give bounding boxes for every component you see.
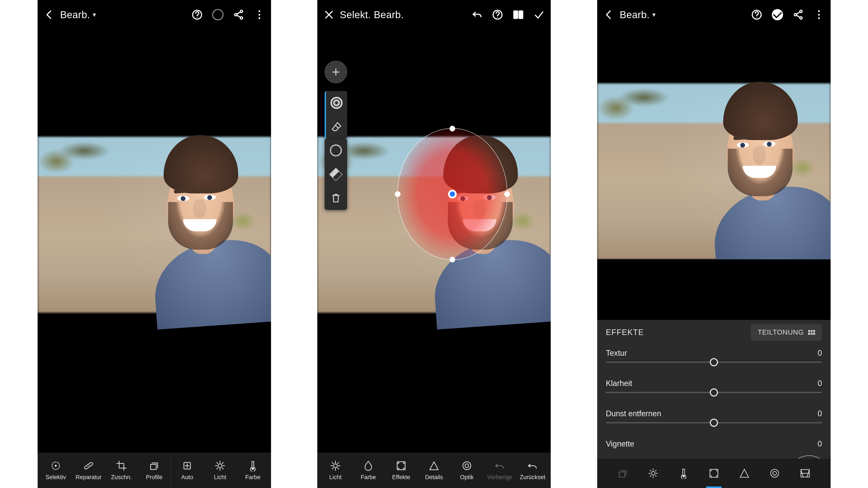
tool-effects[interactable]: Effekte xyxy=(385,453,417,488)
page-title[interactable]: Bearb. ▾ xyxy=(60,9,186,21)
split-toning-button[interactable]: TEILTONUNG xyxy=(751,324,822,341)
selection-tool-stack xyxy=(324,91,347,139)
slider-value: 0 xyxy=(818,348,822,358)
slider-label: Klarheit xyxy=(606,379,632,388)
cloud-sync-done[interactable] xyxy=(771,9,783,21)
photo-canvas[interactable]: + xyxy=(317,29,551,453)
appbar: Bearb. ▾ xyxy=(38,0,271,29)
tool-selective[interactable]: Selektiv xyxy=(39,453,72,488)
tool-crop[interactable]: Zuschn. xyxy=(105,453,138,488)
eraser-tool[interactable] xyxy=(326,115,347,139)
help-icon[interactable] xyxy=(751,9,763,21)
invert-tool[interactable] xyxy=(324,162,347,186)
handle-west[interactable] xyxy=(395,191,401,197)
more-icon[interactable] xyxy=(813,9,825,21)
delete-selection[interactable] xyxy=(324,186,347,210)
more-icon[interactable] xyxy=(253,9,266,21)
plus-icon: + xyxy=(332,64,340,80)
handle-center[interactable] xyxy=(448,190,457,199)
tool-label: Licht xyxy=(329,474,341,481)
radial-tool[interactable] xyxy=(324,139,347,162)
title-text: Bearb. xyxy=(60,9,90,21)
title-text: Selekt. Bearb. xyxy=(340,9,404,21)
slider-value: 0 xyxy=(818,439,822,449)
share-icon[interactable] xyxy=(792,9,804,21)
title-text: Bearb. xyxy=(620,9,650,21)
tool-label: Auto xyxy=(181,474,193,481)
confirm-icon[interactable] xyxy=(533,9,545,21)
tool-reset[interactable]: Zurückset xyxy=(516,453,549,488)
slider-label: Textur xyxy=(606,348,627,358)
chevron-down-icon: ▾ xyxy=(93,11,96,19)
handle-east[interactable] xyxy=(504,191,510,197)
subject-person xyxy=(116,150,271,314)
slider-track[interactable] xyxy=(606,422,822,423)
tab-light[interactable] xyxy=(642,459,664,488)
undo-icon[interactable] xyxy=(471,9,483,21)
tool-light[interactable]: Licht xyxy=(319,453,352,488)
effects-panel: EFFEKTE TEILTONUNG Textur0 Klarheit0 Dun… xyxy=(597,320,831,459)
tool-auto[interactable]: Auto xyxy=(170,453,204,488)
tool-label: Optik xyxy=(460,474,473,481)
slider-texture[interactable]: Textur0 xyxy=(597,345,831,375)
brush-select-tool[interactable] xyxy=(326,91,347,115)
close-icon[interactable] xyxy=(323,9,335,21)
back-icon[interactable] xyxy=(603,9,615,21)
slider-label: Vignette xyxy=(606,439,634,449)
appbar: Bearb. ▾ xyxy=(597,0,831,29)
help-icon[interactable] xyxy=(492,9,504,21)
tool-label: Effekte xyxy=(392,474,410,481)
three-screenshot-row: Bearb. ▾ xyxy=(0,0,868,488)
handle-north[interactable] xyxy=(450,126,455,131)
tool-light[interactable]: Licht xyxy=(204,453,237,488)
tab-optics[interactable] xyxy=(764,459,785,488)
tab-geometry[interactable] xyxy=(794,459,816,488)
edit-toolbar: Selektiv Reparatur Zuschn. Profile Auto … xyxy=(38,453,271,488)
cloud-sync-status[interactable] xyxy=(212,9,224,21)
tool-profiles[interactable]: Profile xyxy=(138,453,171,488)
slider-knob[interactable] xyxy=(710,388,718,397)
help-icon[interactable] xyxy=(191,9,203,21)
tool-color[interactable]: Farbe xyxy=(352,453,385,488)
tool-details[interactable]: Details xyxy=(417,453,451,488)
tool-label: Farbe xyxy=(245,474,261,481)
subject-person xyxy=(675,97,831,260)
back-icon[interactable] xyxy=(43,9,55,21)
before-after-icon[interactable] xyxy=(512,9,524,21)
tool-optics[interactable]: Optik xyxy=(451,453,483,488)
page-title[interactable]: Bearb. ▾ xyxy=(620,9,746,21)
handle-south[interactable] xyxy=(450,257,455,263)
tool-label: Profile xyxy=(146,474,162,481)
tab-details[interactable] xyxy=(734,459,755,488)
photo-canvas[interactable] xyxy=(38,29,271,453)
slider-label: Dunst entfernen xyxy=(606,409,661,418)
slider-track[interactable] xyxy=(606,392,822,393)
slider-knob[interactable] xyxy=(710,419,718,427)
tab-profiles[interactable] xyxy=(612,459,634,488)
slider-knob[interactable] xyxy=(710,358,718,366)
slider-clarity[interactable]: Klarheit0 xyxy=(597,375,831,405)
screenshot-edit-main: Bearb. ▾ xyxy=(38,0,271,488)
tool-label: Reparatur xyxy=(76,474,101,481)
tool-label: Licht xyxy=(214,474,226,481)
effects-header: EFFEKTE TEILTONUNG xyxy=(597,320,831,345)
slider-vignette[interactable]: Vignette0 xyxy=(597,435,831,455)
tool-label: Zurückset xyxy=(520,474,546,481)
canvas-top-pad xyxy=(597,29,831,84)
tool-repair[interactable]: Reparatur xyxy=(72,453,105,488)
tool-color[interactable]: Farbe xyxy=(237,453,269,488)
slider-dehaze[interactable]: Dunst entfernen0 xyxy=(597,405,831,435)
photo-canvas[interactable] xyxy=(597,29,831,260)
tab-temperature[interactable] xyxy=(673,459,694,488)
page-title: Selekt. Bearb. xyxy=(340,9,466,21)
tool-label: Selektiv xyxy=(45,474,66,481)
add-selection-button[interactable]: + xyxy=(324,61,347,83)
chevron-down-icon: ▾ xyxy=(652,11,656,19)
slider-track[interactable] xyxy=(606,362,822,363)
canvas-bottom-pad xyxy=(597,260,831,320)
share-icon[interactable] xyxy=(232,9,245,21)
tab-effects[interactable] xyxy=(703,459,725,488)
edit-category-tabs xyxy=(597,459,831,488)
radial-selection[interactable] xyxy=(397,128,507,260)
appbar: Selekt. Bearb. xyxy=(317,0,551,29)
